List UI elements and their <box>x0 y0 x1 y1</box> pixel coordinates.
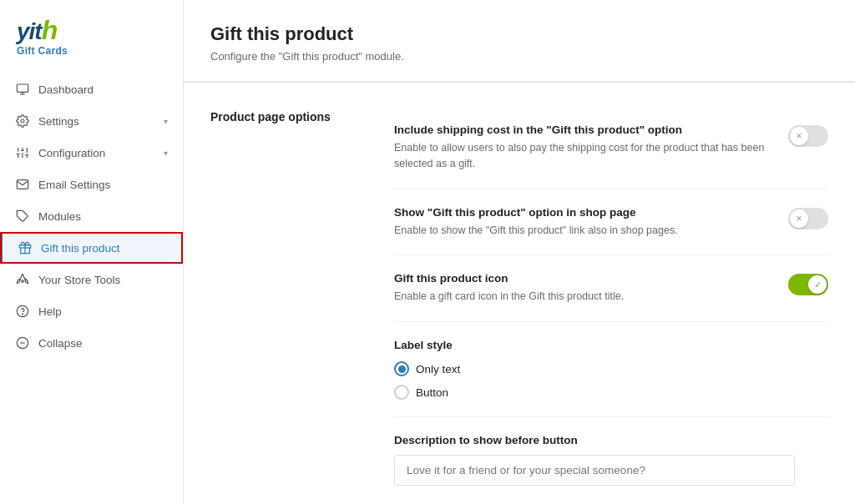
svg-point-3 <box>21 119 24 123</box>
field-title-shop: Show "Gift this product" option in shop … <box>394 206 772 219</box>
toggle-shop-page[interactable] <box>788 208 828 229</box>
sidebar-item-configuration[interactable]: Configuration ▾ <box>0 137 183 169</box>
brand-subtitle: Gift Cards <box>17 45 68 57</box>
sidebar-item-label: Email Settings <box>38 179 168 191</box>
sidebar-item-email-settings[interactable]: Email Settings <box>0 169 183 200</box>
radio-button[interactable] <box>394 385 409 400</box>
sidebar-item-label: Your Store Tools <box>38 274 168 286</box>
toggle-knob <box>790 209 808 228</box>
field-control-shop <box>788 208 828 229</box>
sidebar-item-collapse[interactable]: Collapse <box>0 327 183 359</box>
field-title-gift-icon: Gift this product icon <box>394 272 772 285</box>
logo-dot: h <box>42 15 58 45</box>
settings-fields: Include shipping cost in the "Gift this … <box>394 107 828 502</box>
field-title-shipping: Include shipping cost in the "Gift this … <box>394 123 772 136</box>
puzzle-icon <box>15 209 30 224</box>
svg-point-17 <box>17 305 28 316</box>
circle-minus-icon <box>15 335 30 350</box>
sidebar-item-your-store-tools[interactable]: Your Store Tools <box>0 264 183 295</box>
page-title: Gift this product <box>210 23 828 45</box>
desc-input[interactable] <box>394 455 795 486</box>
field-desc-shop: Enable to show the "Gift this product" l… <box>394 223 772 239</box>
rocket-icon <box>15 272 30 287</box>
field-info-shipping: Include shipping cost in the "Gift this … <box>394 123 772 172</box>
sidebar-nav: Dashboard Settings ▾ Configuration ▾ Ema… <box>0 65 183 504</box>
sidebar-item-label: Gift this product <box>41 242 168 255</box>
svg-point-16 <box>22 280 24 283</box>
field-info-gift-icon: Gift this product icon Enable a gift car… <box>394 272 772 305</box>
chevron-down-icon: ▾ <box>164 117 168 126</box>
radio-label-button: Button <box>416 386 448 399</box>
main-content: Gift this product Configure the "Gift th… <box>184 0 855 504</box>
sidebar-item-label: Modules <box>38 210 168 223</box>
toggle-gift-icon[interactable] <box>788 274 828 295</box>
brand-logo: yith <box>17 17 57 43</box>
sidebar-item-label: Help <box>38 305 168 318</box>
label-style-title: Label style <box>394 339 828 351</box>
field-desc-gift-icon: Enable a gift card icon in the Gift this… <box>394 289 772 305</box>
monitor-icon <box>15 82 30 97</box>
desc-title: Description to show before button <box>394 434 828 446</box>
page-subtitle: Configure the "Gift this product" module… <box>210 50 828 63</box>
toggle-knob <box>790 127 808 145</box>
desc-section: Description to show before button <box>394 417 828 502</box>
logo-area: yith Gift Cards <box>0 0 183 65</box>
radio-item-only-text[interactable]: Only text <box>394 361 828 376</box>
chevron-down-icon: ▾ <box>164 149 168 158</box>
page-header: Gift this product Configure the "Gift th… <box>184 0 855 82</box>
label-style-section: Label style Only text Button <box>394 322 828 417</box>
section-label: Product page options <box>210 107 361 502</box>
radio-item-button[interactable]: Button <box>394 385 828 400</box>
sidebar-item-label: Dashboard <box>38 83 168 96</box>
field-desc-shipping: Enable to allow users to also pay the sh… <box>394 140 772 172</box>
field-row-shipping-cost: Include shipping cost in the "Gift this … <box>394 107 828 189</box>
field-row-gift-icon: Gift this product icon Enable a gift car… <box>394 255 828 322</box>
sidebar-item-modules[interactable]: Modules <box>0 200 183 232</box>
svg-rect-0 <box>17 84 28 92</box>
sidebar-item-dashboard[interactable]: Dashboard <box>0 73 183 105</box>
field-info-shop: Show "Gift this product" option in shop … <box>394 206 772 239</box>
sidebar-item-label: Settings <box>38 115 155 128</box>
field-control-shipping <box>788 125 828 147</box>
toggle-shipping-cost[interactable] <box>788 125 828 147</box>
sidebar: yith Gift Cards Dashboard Settings ▾ Con… <box>0 0 184 504</box>
sliders-icon <box>15 145 30 160</box>
field-row-shop-page: Show "Gift this product" option in shop … <box>394 189 828 256</box>
sidebar-item-label: Configuration <box>38 147 155 159</box>
settings-body: Product page options Include shipping co… <box>184 83 855 504</box>
radio-only-text[interactable] <box>394 361 409 376</box>
radio-label-only-text: Only text <box>416 363 460 375</box>
mail-icon <box>15 177 30 192</box>
help-circle-icon <box>15 304 30 319</box>
sidebar-item-label: Collapse <box>38 337 168 350</box>
field-control-gift-icon <box>788 274 828 295</box>
sidebar-item-help[interactable]: Help <box>0 295 183 327</box>
sidebar-item-settings[interactable]: Settings ▾ <box>0 105 183 137</box>
radio-group-label-style: Only text Button <box>394 361 828 400</box>
sidebar-item-gift-this-product[interactable]: Gift this product <box>0 232 183 264</box>
gift-icon <box>18 240 33 255</box>
settings-icon <box>15 113 30 129</box>
toggle-knob <box>808 275 827 294</box>
